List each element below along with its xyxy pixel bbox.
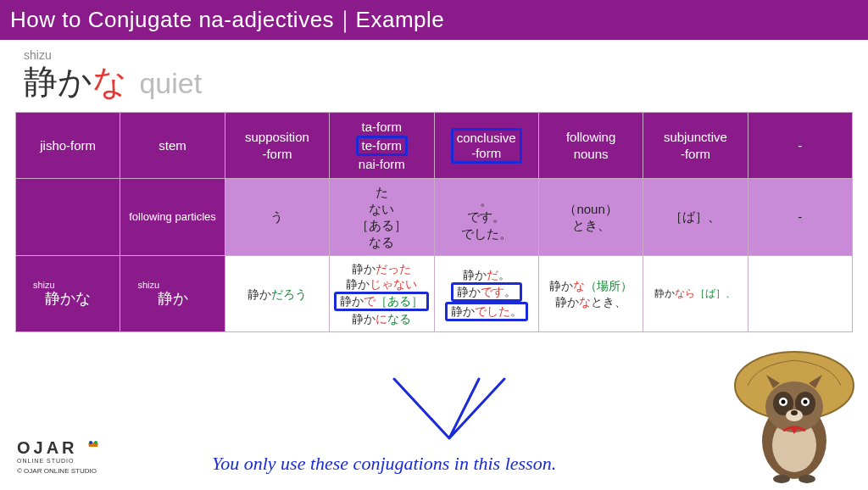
svg-point-13: [791, 410, 798, 415]
suffix-stem-label: following particles: [120, 179, 225, 256]
example-subjunctive: 静かなら［ば］、: [643, 256, 748, 332]
logo: OJAR ONLINE STUDIO © OJAR ONLINE STUDIO: [17, 438, 101, 475]
example-conclusive: 静かだ。 静かです。 静かでした。: [434, 256, 538, 332]
desu-highlight: 静かです。: [451, 282, 522, 302]
svg-point-15: [798, 475, 815, 483]
svg-point-11: [804, 400, 808, 404]
example-jisho: shizu 静かな: [16, 256, 120, 332]
svg-point-10: [782, 400, 786, 404]
col-ta-te-nai: ta-form te-form nai-form: [330, 113, 434, 179]
annotation-text: You only use these conjugations in this …: [212, 453, 556, 475]
suffix-subjunctive: ［ば］、: [643, 179, 748, 256]
suffix-conclusive: 。 です。 でした。: [434, 179, 538, 256]
col-supposition: supposition-form: [225, 113, 329, 179]
example-row: shizu 静かな shizu 静か 静かだろう 静かだった 静かじゃない 静か…: [16, 256, 853, 332]
suffix-row: following particles う た ない ［ある］ なる 。 です。…: [16, 179, 853, 256]
logo-sub: ONLINE STUDIO: [17, 458, 101, 464]
col-conclusive: conclusive-form: [434, 113, 538, 179]
svg-point-1: [94, 441, 97, 444]
headword-stem: 静か: [24, 63, 92, 100]
col-blank: -: [748, 113, 852, 179]
te-aru-highlight: 静かで［ある］: [334, 292, 429, 311]
example-stem: shizu 静か: [120, 256, 225, 332]
headword-ruby: shizu: [24, 48, 844, 62]
suffix-supposition: う: [225, 179, 329, 256]
col-subjunctive: subjunctive-form: [643, 113, 748, 179]
headword-na: な: [92, 63, 127, 100]
logo-brand: OJAR: [17, 438, 101, 458]
annotation-arrow-icon: [373, 375, 526, 443]
suffix-following-nouns: （noun） とき、: [538, 179, 643, 256]
conjugation-table: jisho-form stem supposition-form ta-form…: [15, 112, 853, 332]
svg-point-14: [773, 475, 790, 483]
suffix-blank: -: [748, 179, 852, 256]
logo-copyright: © OJAR ONLINE STUDIO: [17, 467, 101, 475]
example-following-nouns: 静かな（場所） 静かなとき、: [538, 256, 643, 332]
deshita-highlight: 静かでした。: [445, 302, 528, 321]
col-following-nouns: followingnouns: [538, 113, 643, 179]
conclusive-highlight: conclusive-form: [451, 128, 522, 164]
tanuki-mascot-icon: [731, 339, 858, 483]
example-blank: [748, 256, 852, 332]
example-supposition: 静かだろう: [225, 256, 329, 332]
headword: shizu 静かな quiet: [0, 40, 868, 112]
te-form-highlight: te-form: [356, 136, 409, 156]
col-jisho: jisho-form: [16, 113, 120, 179]
col-stem: stem: [120, 113, 225, 179]
butterfly-icon: [86, 438, 101, 450]
headword-english: quiet: [139, 67, 202, 99]
example-ta-te-nai: 静かだった 静かじゃない 静かで［ある］ 静かになる: [330, 256, 434, 332]
suffix-jisho: [16, 179, 120, 256]
suffix-ta-te-nai: た ない ［ある］ なる: [330, 179, 434, 256]
page-banner: How to Conjugate na-adjectives｜Example: [0, 0, 868, 40]
svg-point-0: [89, 441, 92, 444]
